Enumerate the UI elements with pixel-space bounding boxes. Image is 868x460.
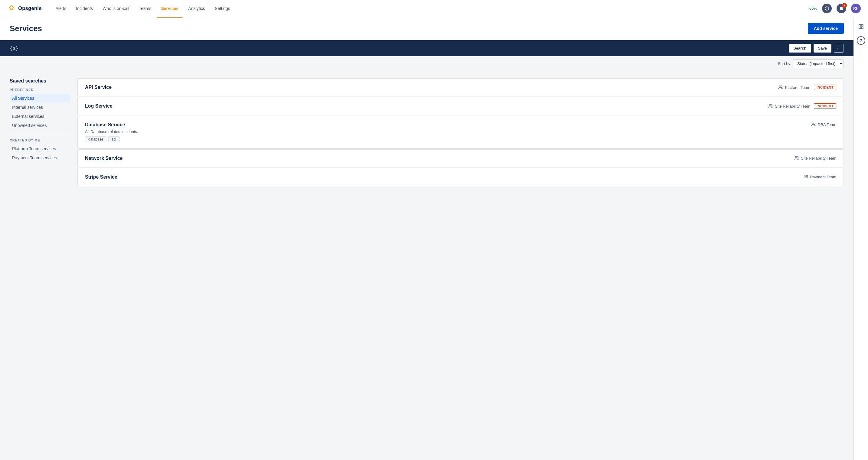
- sort-label: Sort by: [778, 61, 790, 66]
- left-sidebar: Saved searches PREDEFINED All ServicesIn…: [10, 78, 70, 460]
- panel-layout-btn[interactable]: [856, 22, 866, 31]
- service-card[interactable]: Stripe Service Payment Team: [78, 168, 844, 186]
- help-btn[interactable]: ?: [857, 36, 865, 45]
- nav-link-analytics[interactable]: Analytics: [184, 4, 209, 13]
- created-items: Platform Team servicesPayment Team servi…: [10, 144, 70, 162]
- team-icon: [768, 104, 773, 108]
- service-name: Log Service: [85, 103, 113, 109]
- svg-point-7: [781, 86, 782, 87]
- nav-link-settings[interactable]: Settings: [211, 4, 235, 13]
- team-icon: [811, 122, 816, 127]
- sidebar-item-unowned-services[interactable]: Unowned services: [10, 121, 70, 130]
- nav-link-alerts[interactable]: Alerts: [51, 4, 70, 13]
- incident-badge: INCIDENT: [814, 103, 836, 109]
- notification-badge: 1: [842, 3, 847, 8]
- saved-searches-title: Saved searches: [10, 78, 70, 84]
- service-name: Network Service: [85, 156, 123, 161]
- service-card[interactable]: Database Service DBA Team All Database: [78, 116, 844, 149]
- page-header: Services Add service: [0, 17, 854, 40]
- team-name: Payment Team: [810, 175, 836, 179]
- predefined-items: All ServicesInternal servicesExternal se…: [10, 94, 70, 130]
- service-tag: sql: [108, 136, 120, 142]
- sidebar-item-platform-team-services[interactable]: Platform Team services: [10, 144, 70, 153]
- team-icon: [778, 85, 783, 90]
- sidebar-item-external-services[interactable]: External services: [10, 112, 70, 121]
- nav-link-teams[interactable]: Teams: [134, 4, 155, 13]
- service-team: DBA Team: [811, 122, 836, 127]
- services-list: API Service Platform Team INCIDENT: [78, 78, 844, 460]
- service-tag: database: [85, 136, 106, 142]
- compass-icon-btn[interactable]: [822, 4, 832, 13]
- logo-text: Opsgenie: [18, 5, 41, 11]
- nav-link-incidents[interactable]: Incidents: [72, 4, 97, 13]
- search-button[interactable]: Search: [789, 44, 811, 53]
- svg-point-6: [779, 86, 781, 87]
- svg-point-11: [813, 123, 815, 125]
- service-name: API Service: [85, 85, 112, 90]
- service-name: Stripe Service: [85, 174, 117, 180]
- nav-link-services[interactable]: Services: [157, 4, 183, 13]
- nav-links: AlertsIncidentsWho is on-callTeamsServic…: [51, 4, 809, 13]
- logo[interactable]: Opsgenie: [7, 4, 41, 13]
- svg-point-2: [825, 7, 829, 10]
- avatar[interactable]: RH: [851, 4, 861, 13]
- notification-bell-btn[interactable]: 1: [837, 4, 846, 13]
- search-input[interactable]: [21, 46, 786, 51]
- team-name: Site Reliability Team: [775, 104, 810, 108]
- team-name: Platform Team: [785, 85, 810, 90]
- sort-bar: Sort by Status (impacted first): [0, 56, 854, 71]
- svg-point-10: [812, 123, 813, 125]
- svg-point-15: [806, 175, 807, 177]
- sidebar-item-internal-services[interactable]: Internal services: [10, 103, 70, 111]
- service-card-header: Network Service Site Reliability Team: [85, 156, 836, 161]
- percentage-link[interactable]: 66%: [809, 6, 817, 10]
- navbar: Opsgenie AlertsIncidentsWho is on-callTe…: [0, 0, 868, 17]
- service-team: Payment Team: [804, 174, 836, 179]
- service-tags: databasesql: [85, 136, 836, 142]
- created-by-me-label: CREATED BY ME: [10, 138, 70, 142]
- service-card[interactable]: API Service Platform Team INCIDENT: [78, 78, 844, 96]
- team-name: DBA Team: [818, 122, 836, 127]
- predefined-label: PREDEFINED: [10, 88, 70, 92]
- svg-rect-4: [861, 25, 863, 26]
- sidebar-item-all-services[interactable]: All Services: [10, 94, 70, 102]
- service-team: Platform Team: [778, 85, 810, 90]
- sort-select[interactable]: Status (impacted first): [793, 59, 844, 68]
- svg-point-8: [769, 105, 771, 106]
- panel-layout-icon: [858, 24, 864, 29]
- more-options-button[interactable]: ···: [834, 44, 844, 53]
- svg-point-13: [797, 157, 799, 158]
- service-card[interactable]: Network Service Site Reliability Team: [78, 149, 844, 167]
- svg-point-1: [10, 6, 13, 9]
- content-area: Saved searches PREDEFINED All ServicesIn…: [0, 71, 854, 460]
- incident-badge: INCIDENT: [814, 85, 836, 90]
- query-icon: {α}: [10, 45, 19, 51]
- opsgenie-logo-icon: [7, 4, 16, 13]
- service-card-header: API Service Platform Team INCIDENT: [85, 85, 836, 90]
- service-meta: Payment Team: [804, 174, 836, 179]
- add-service-button[interactable]: Add service: [808, 23, 844, 34]
- save-button[interactable]: Save: [813, 44, 832, 53]
- service-card[interactable]: Log Service Site Reliability Team INCIDE…: [78, 97, 844, 115]
- compass-icon: [825, 6, 829, 11]
- service-team: Site Reliability Team: [768, 104, 810, 108]
- team-icon: [804, 174, 808, 179]
- nav-link-who-is-on-call[interactable]: Who is on-call: [98, 4, 133, 13]
- service-meta: Site Reliability Team INCIDENT: [768, 103, 836, 109]
- service-meta: Site Reliability Team: [794, 156, 836, 161]
- svg-rect-3: [859, 25, 861, 29]
- svg-point-12: [796, 157, 797, 158]
- main-container: Services Add service {α} Search Save ···…: [0, 17, 854, 460]
- service-team: Site Reliability Team: [794, 156, 836, 161]
- service-card-header: Log Service Site Reliability Team INCIDE…: [85, 103, 836, 109]
- service-description: All Database related incidents.: [85, 129, 836, 134]
- team-icon: [794, 156, 799, 161]
- service-card-header: Stripe Service Payment Team: [85, 174, 836, 180]
- svg-point-9: [771, 105, 772, 106]
- navbar-right: 66% 1 RH: [809, 4, 861, 13]
- team-name: Site Reliability Team: [801, 156, 836, 161]
- service-meta: DBA Team: [811, 122, 836, 127]
- sidebar-item-payment-team-services[interactable]: Payment Team services: [10, 154, 70, 162]
- service-card-header: Database Service DBA Team: [85, 122, 836, 128]
- search-bar: {α} Search Save ···: [0, 40, 854, 56]
